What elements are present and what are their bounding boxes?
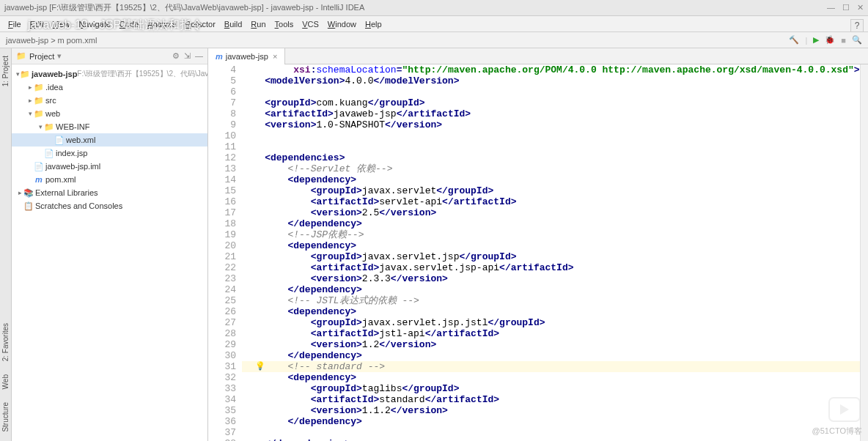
tree-node--idea[interactable]: ▸📁.idea xyxy=(12,81,207,94)
navigation-bar: javaweb-jsp > m pom.xml 🔨 | ▶ 🐞 ■ 🔍 xyxy=(0,32,868,48)
tree-node-external-libraries[interactable]: ▸📚External Libraries xyxy=(12,186,207,199)
collapse-icon[interactable]: ⇲ xyxy=(184,51,191,61)
tab-structure[interactable]: Structure xyxy=(0,398,11,437)
tab-web[interactable]: Web xyxy=(0,370,11,393)
left-toolwindow-stripe: 1: Project 2: Favorites Web Structure xyxy=(0,48,12,441)
menubar: FileEditViewNavigateCodeAnalyzeRefactorB… xyxy=(0,16,868,32)
close-icon[interactable]: ✕ xyxy=(857,3,864,12)
menu-view[interactable]: View xyxy=(49,18,74,30)
minimize-icon[interactable]: — xyxy=(827,3,835,12)
folder-icon: 📁 xyxy=(16,51,26,61)
menu-navigate[interactable]: Navigate xyxy=(75,18,114,30)
search-icon[interactable]: 🔍 xyxy=(852,35,862,45)
tree-node-web-xml[interactable]: 📄web.xml xyxy=(12,133,207,147)
menu-edit[interactable]: Edit xyxy=(26,18,48,30)
editor-tab-label: javaweb-jsp xyxy=(226,52,268,61)
window-title: javaweb-jsp [F:\班级管理\西开【19525】\2、代码\Java… xyxy=(4,2,364,13)
maven-icon: m xyxy=(216,52,223,61)
watermark: @51CTO博客 xyxy=(812,426,862,437)
tab-favorites[interactable]: 2: Favorites xyxy=(0,319,11,366)
tree-node-web-inf[interactable]: ▾📁WEB-INF xyxy=(12,120,207,133)
tree-node-src[interactable]: ▸📁src xyxy=(12,94,207,107)
project-toolwindow: 📁 Project ▾ ⚙ ⇲ — ▾📁javaweb-jsp F:\班级管理\… xyxy=(12,48,208,441)
stop-icon[interactable]: ■ xyxy=(841,36,846,45)
breadcrumb[interactable]: javaweb-jsp > m pom.xml xyxy=(6,36,97,45)
menu-build[interactable]: Build xyxy=(221,18,246,30)
editor-tab-pom[interactable]: m javaweb-jsp × xyxy=(208,48,285,64)
project-tree[interactable]: ▾📁javaweb-jsp F:\班级管理\西开【19525】\2、代码\Jav… xyxy=(12,64,207,215)
tree-node-javaweb-jsp-iml[interactable]: 📄javaweb-jsp.iml xyxy=(12,160,207,173)
menu-analyze[interactable]: Analyze xyxy=(144,18,180,30)
menu-help[interactable]: Help xyxy=(361,18,386,30)
tree-node-scratches-and-consoles[interactable]: 📋Scratches and Consoles xyxy=(12,199,207,212)
line-gutter: 4567891011121314151617181920212223242526… xyxy=(208,64,242,441)
code-content[interactable]: xsi:schemaLocation="http://maven.apache.… xyxy=(242,64,860,441)
hide-icon[interactable]: — xyxy=(195,51,203,61)
menu-run[interactable]: Run xyxy=(247,18,269,30)
tab-project[interactable]: 1: Project xyxy=(0,51,11,91)
menu-code[interactable]: Code xyxy=(116,18,142,30)
help-button[interactable]: ? xyxy=(850,19,864,32)
video-play-overlay-icon xyxy=(828,397,861,422)
error-stripe xyxy=(860,64,868,441)
maximize-icon[interactable]: ☐ xyxy=(842,3,850,12)
run-icon[interactable]: ▶ xyxy=(813,35,819,45)
debug-icon[interactable]: 🐞 xyxy=(825,35,835,45)
menu-vcs[interactable]: VCS xyxy=(298,18,323,30)
menu-window[interactable]: Window xyxy=(324,18,360,30)
settings-icon[interactable]: ⚙ xyxy=(172,51,180,61)
panel-title: Project xyxy=(29,52,54,61)
editor-area: m javaweb-jsp × 456789101112131415161718… xyxy=(208,48,868,441)
menu-tools[interactable]: Tools xyxy=(271,18,298,30)
menu-file[interactable]: File xyxy=(4,18,25,30)
window-titlebar: javaweb-jsp [F:\班级管理\西开【19525】\2、代码\Java… xyxy=(0,0,868,16)
tree-node-web[interactable]: ▾📁web xyxy=(12,107,207,120)
tree-node-pom-xml[interactable]: mpom.xml xyxy=(12,173,207,186)
build-icon[interactable]: 🔨 xyxy=(789,35,799,45)
tree-node-index-jsp[interactable]: 📄index.jsp xyxy=(12,147,207,160)
intention-bulb-icon[interactable]: 💡 xyxy=(255,361,265,371)
close-tab-icon[interactable]: × xyxy=(273,52,277,61)
editor-tabs: m javaweb-jsp × xyxy=(208,48,868,64)
menu-refactor[interactable]: Refactor xyxy=(181,18,219,30)
tree-node-javaweb-jsp[interactable]: ▾📁javaweb-jsp F:\班级管理\西开【19525】\2、代码\Jav… xyxy=(12,67,207,81)
code-editor[interactable]: 4567891011121314151617181920212223242526… xyxy=(208,64,868,441)
